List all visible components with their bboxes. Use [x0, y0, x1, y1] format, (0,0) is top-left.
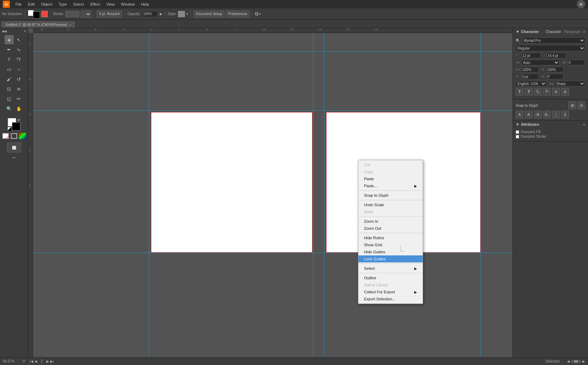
brush-preset-btn[interactable]: 5 pt. Round ▾ — [97, 11, 122, 18]
ctx-zoom-out[interactable]: Zoom Out — [358, 225, 423, 232]
gradient-tool-btn[interactable]: ◱ — [5, 94, 14, 103]
menu-help[interactable]: Help — [138, 1, 152, 7]
warp-tool-btn[interactable]: ≋ — [14, 84, 24, 93]
selection-tool-btn[interactable]: ◈ — [5, 35, 14, 44]
scroll-right-btn[interactable]: ▶ — [582, 359, 585, 363]
type-btn-T-a[interactable]: A — [552, 88, 560, 96]
tab-character[interactable]: Character — [546, 30, 561, 34]
prev-page-btn[interactable]: ◀ — [34, 359, 37, 363]
type-btn-T-AA[interactable]: A — [561, 88, 569, 96]
ctx-show-grid[interactable]: Show Grid — [358, 241, 423, 248]
attributes-menu-icon[interactable]: ≡ — [583, 123, 585, 126]
menu-select[interactable]: Select — [70, 1, 87, 7]
area-type-tool-btn[interactable]: ⁰T — [14, 55, 24, 64]
menu-effect[interactable]: Effect — [87, 1, 103, 7]
rotation-input[interactable] — [546, 74, 563, 79]
scale-tool-btn[interactable]: ⊡ — [5, 84, 14, 93]
snap-btn2[interactable]: A — [525, 111, 533, 118]
opacity-input[interactable] — [142, 11, 158, 17]
collapse-btn[interactable]: ◀◀ — [2, 30, 7, 33]
menu-edit[interactable]: Edit — [25, 1, 38, 7]
page-input[interactable] — [38, 359, 45, 363]
zoom-tool-btn[interactable]: 🔍 — [5, 104, 14, 113]
stroke-weight-select[interactable]: 123 — [81, 11, 91, 18]
ctx-hide-guides[interactable]: Hide Guides — [358, 248, 423, 255]
ctx-undo-scale[interactable]: Undo Scale — [358, 201, 423, 208]
overprint-stroke-checkbox[interactable] — [516, 135, 519, 138]
arrange-chevron[interactable]: ▾ — [259, 12, 261, 16]
artboard-left[interactable] — [151, 112, 312, 253]
opacity-expand[interactable]: ▶ — [160, 12, 163, 16]
ctx-zoom-in[interactable]: Zoom In — [358, 218, 423, 225]
artboard-tool-btn[interactable]: ⬜ — [7, 143, 21, 152]
document-tab[interactable]: Untitled-1* @ 66.67 % (CMYK/Preview) × — [1, 21, 75, 28]
font-size-input[interactable] — [521, 53, 541, 58]
gradient-btn[interactable] — [19, 133, 26, 139]
curvature-tool-btn[interactable]: ∿ — [14, 45, 24, 54]
character-panel-header[interactable]: ▼ Character Character Paragraph ≡ — [513, 28, 588, 35]
style-preview[interactable] — [178, 11, 185, 17]
ellipse-tool-btn[interactable]: ○ — [14, 65, 24, 74]
preferences-btn[interactable]: Preferences — [226, 11, 250, 18]
snap-btn6[interactable]: ℹ — [561, 111, 569, 118]
ctx-outline[interactable]: Outline — [358, 274, 423, 281]
tracking-input[interactable] — [568, 60, 585, 65]
swap-colors-btn[interactable]: ⇌ — [18, 118, 20, 122]
background-color[interactable] — [12, 122, 20, 131]
type-btn-T[interactable]: T — [516, 88, 523, 96]
snap-btn3[interactable]: ∕A — [534, 111, 542, 118]
scale-h-input[interactable] — [521, 67, 539, 72]
baseline-input[interactable] — [521, 74, 539, 79]
pen-tool-btn[interactable]: ✒ — [5, 45, 14, 54]
ctx-paste-sub[interactable]: Paste... ▶ — [358, 182, 423, 189]
none-btn[interactable] — [11, 133, 18, 139]
type-btn-T-italic[interactable]: T — [525, 88, 533, 96]
ctx-collect-export[interactable]: Collect For Export ▶ — [358, 288, 423, 295]
fill-stroke-selector[interactable] — [27, 9, 40, 19]
ctx-paste[interactable]: Paste — [358, 175, 423, 182]
reset-colors-btn[interactable] — [8, 127, 11, 131]
type-btn-T-sup[interactable]: T¹ — [543, 88, 551, 96]
rectangle-tool-btn[interactable]: ▭ — [5, 65, 14, 74]
ctx-select[interactable]: Select ▶ — [358, 265, 423, 272]
next-page-btn[interactable]: ▶ — [46, 359, 49, 363]
ctx-hide-rulers[interactable]: Hide Rulers — [358, 234, 423, 241]
arrange-icon[interactable]: ⧉ — [255, 11, 258, 17]
tab-paragraph[interactable]: Paragraph — [564, 30, 580, 34]
overprint-fill-checkbox[interactable] — [516, 130, 519, 134]
close-tools-btn[interactable]: ✕ — [24, 30, 26, 33]
scroll-thumb[interactable] — [571, 360, 581, 363]
last-page-btn[interactable]: ▶| — [50, 359, 54, 363]
hand-tool-btn[interactable]: ✋ — [14, 104, 24, 113]
type-btn-T-sub[interactable]: T₁ — [534, 88, 542, 96]
direct-selection-tool-btn[interactable]: ↖ — [14, 35, 24, 44]
language-select[interactable]: English: USA — [516, 81, 547, 86]
snap-icon2[interactable]: ⊟ — [577, 102, 585, 109]
snap-btn4[interactable]: A₋ — [543, 111, 551, 118]
snap-btn1[interactable]: A — [516, 111, 523, 118]
menu-window[interactable]: Window — [118, 1, 138, 7]
ctx-export-selection[interactable]: Export Selection... — [358, 295, 423, 302]
attributes-panel-header[interactable]: ▼ Attributes ≡ — [513, 121, 588, 128]
tab-close-btn[interactable]: × — [69, 23, 71, 27]
ctx-add-library[interactable]: Add to Library — [358, 281, 423, 288]
font-style-select[interactable]: Regular — [516, 45, 585, 51]
style-chevron[interactable]: ▾ — [186, 12, 188, 16]
paintbrush-tool-btn[interactable]: 🖌 — [5, 74, 14, 84]
scale-v-input[interactable] — [546, 67, 563, 72]
menu-object[interactable]: Object — [38, 1, 55, 7]
kerning-select[interactable]: Auto — [521, 60, 560, 65]
ctx-lock-guides[interactable]: Lock Guides — [358, 255, 423, 262]
antialiasing-select[interactable]: Sharp — [555, 81, 586, 86]
menu-type[interactable]: Type — [56, 1, 70, 7]
type-tool-btn[interactable]: T — [5, 55, 14, 64]
none-box[interactable] — [41, 11, 48, 17]
snap-icon1[interactable]: ⊞ — [568, 102, 576, 109]
snap-btn5[interactable]: ⌶ — [552, 111, 560, 118]
ctx-cut[interactable]: Cut — [358, 161, 423, 168]
menu-file[interactable]: File — [13, 1, 25, 7]
eyedropper-tool-btn[interactable]: ✏ — [14, 94, 24, 103]
stroke-color-box[interactable] — [65, 11, 79, 17]
first-page-btn[interactable]: |◀ — [29, 359, 33, 363]
ctx-snap-glyph[interactable]: Snap to Glyph — [358, 192, 423, 199]
